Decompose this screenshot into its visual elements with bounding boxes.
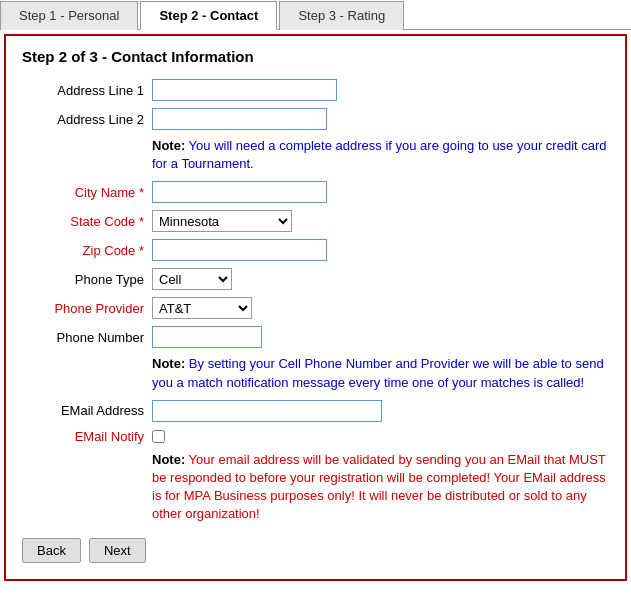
email-address-row: EMail Address bbox=[22, 400, 609, 422]
phone-type-label: Phone Type bbox=[22, 272, 152, 287]
phone-number-label: Phone Number bbox=[22, 330, 152, 345]
note1-text: You will need a complete address if you … bbox=[152, 138, 607, 171]
phone-provider-row: Phone Provider AT&TVerizonT-MobileSprint… bbox=[22, 297, 609, 319]
zip-code-label: Zip Code * bbox=[22, 243, 152, 258]
phone-type-row: Phone Type CellHomeWork bbox=[22, 268, 609, 290]
phone-number-row: Phone Number bbox=[22, 326, 609, 348]
next-button[interactable]: Next bbox=[89, 538, 146, 563]
city-name-row: City Name * bbox=[22, 181, 609, 203]
email-notify-row: EMail Notify bbox=[22, 429, 609, 444]
zip-code-row: Zip Code * bbox=[22, 239, 609, 261]
phone-number-input[interactable] bbox=[152, 326, 262, 348]
back-button[interactable]: Back bbox=[22, 538, 81, 563]
form-title: Step 2 of 3 - Contact Information bbox=[22, 48, 609, 65]
state-code-label: State Code * bbox=[22, 214, 152, 229]
tab-personal[interactable]: Step 1 - Personal bbox=[0, 1, 138, 30]
note3-text: Your email address will be validated by … bbox=[152, 452, 606, 522]
button-row: Back Next bbox=[22, 538, 609, 563]
note3-label: Note: bbox=[152, 452, 185, 467]
address-line-2-label: Address Line 2 bbox=[22, 112, 152, 127]
address-line-2-row: Address Line 2 bbox=[22, 108, 609, 130]
address-line-1-input[interactable] bbox=[152, 79, 337, 101]
phone-type-select[interactable]: CellHomeWork bbox=[152, 268, 232, 290]
city-name-label: City Name * bbox=[22, 185, 152, 200]
note2-block: Note: By setting your Cell Phone Number … bbox=[152, 355, 609, 391]
zip-code-input[interactable] bbox=[152, 239, 327, 261]
form-container: Step 2 of 3 - Contact Information Addres… bbox=[4, 34, 627, 581]
note1-label: Note: bbox=[152, 138, 185, 153]
note2-text: By setting your Cell Phone Number and Pr… bbox=[152, 356, 604, 389]
note3-block: Note: Your email address will be validat… bbox=[152, 451, 609, 524]
note1-block: Note: You will need a complete address i… bbox=[152, 137, 609, 173]
phone-provider-label: Phone Provider bbox=[22, 301, 152, 316]
address-line-2-input[interactable] bbox=[152, 108, 327, 130]
city-name-input[interactable] bbox=[152, 181, 327, 203]
address-line-1-row: Address Line 1 bbox=[22, 79, 609, 101]
state-code-select[interactable]: AlabamaAlaskaArizonaArkansasCaliforniaCo… bbox=[152, 210, 292, 232]
email-notify-checkbox[interactable] bbox=[152, 430, 165, 443]
tab-rating[interactable]: Step 3 - Rating bbox=[279, 1, 404, 30]
tab-contact[interactable]: Step 2 - Contact bbox=[140, 1, 277, 30]
address-line-1-label: Address Line 1 bbox=[22, 83, 152, 98]
email-notify-label: EMail Notify bbox=[22, 429, 152, 444]
tabs-container: Step 1 - Personal Step 2 - Contact Step … bbox=[0, 0, 631, 30]
note2-label: Note: bbox=[152, 356, 185, 371]
email-address-input[interactable] bbox=[152, 400, 382, 422]
phone-provider-select[interactable]: AT&TVerizonT-MobileSprintOther bbox=[152, 297, 252, 319]
email-address-label: EMail Address bbox=[22, 403, 152, 418]
state-code-row: State Code * AlabamaAlaskaArizonaArkansa… bbox=[22, 210, 609, 232]
